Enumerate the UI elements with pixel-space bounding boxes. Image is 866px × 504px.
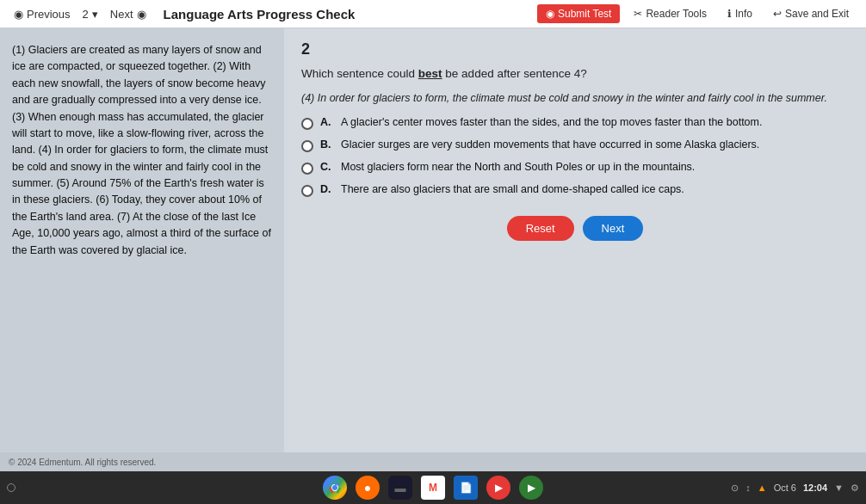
dropdown-arrow-icon: ▾	[92, 8, 98, 21]
choice-b-label: B.	[320, 138, 334, 151]
previous-icon: ◉	[14, 8, 23, 21]
submit-icon: ◉	[546, 8, 554, 20]
question-prompt: Which sentence could best be added after…	[301, 67, 849, 80]
emphasis-best: best	[418, 67, 442, 80]
main-content: (1) Glaciers are created as many layers …	[0, 28, 866, 452]
submit-label: Submit Test	[558, 8, 611, 20]
taskbar-app-7-icon[interactable]: ▶	[519, 476, 543, 500]
chrome-icon[interactable]	[323, 476, 347, 500]
taskbar-center: ● ▬ M 📄 ▶ ▶	[323, 476, 543, 500]
taskbar-date: Oct 6	[774, 482, 796, 493]
action-buttons: Reset Next	[301, 216, 849, 241]
taskbar-settings-icon[interactable]: ⚙	[851, 482, 859, 494]
choice-c[interactable]: C. Most glaciers form near the North and…	[301, 161, 849, 175]
question-panel: 2 Which sentence could best be added aft…	[284, 28, 866, 452]
info-label: Info	[735, 8, 752, 20]
next-icon: ◉	[137, 8, 146, 21]
choice-a[interactable]: A. A glacier's center moves faster than …	[301, 116, 849, 130]
next-label: Next	[110, 8, 133, 21]
save-icon: ↩	[773, 8, 782, 20]
sentence-reference: (4) In order for glaciers to form, the c…	[301, 92, 849, 104]
question-nav[interactable]: 2 ▾	[79, 6, 102, 22]
save-exit-button[interactable]: ↩ Save and Exit	[766, 5, 856, 22]
footer: © 2024 Edmentum. All rights reserved.	[0, 452, 866, 471]
question-number: 2	[301, 40, 849, 58]
taskbar: ● ▬ M 📄 ▶ ▶ ⊙ ↕ ▲ Oct 6 12:04 ▼ ⚙	[0, 471, 866, 504]
taskbar-app-2-icon[interactable]: ●	[356, 476, 380, 500]
choice-d-text: There are also glaciers that are small a…	[341, 183, 849, 195]
taskbar-warning-icon: ▲	[758, 482, 767, 493]
toolbar: ◉ Previous 2 ▾ Next ◉ Language Arts Prog…	[0, 0, 866, 28]
page-title: Language Arts Progress Check	[164, 7, 356, 22]
previous-label: Previous	[27, 8, 71, 21]
taskbar-status-icon: ⊙	[731, 482, 739, 494]
gmail-icon[interactable]: M	[421, 476, 445, 500]
taskbar-app-3-icon[interactable]: ▬	[388, 476, 412, 500]
question-number-display: 2	[83, 8, 89, 21]
reader-tools-icon: ✂	[634, 8, 642, 20]
reader-tools-button[interactable]: ✂ Reader Tools	[627, 5, 714, 22]
choices-list: A. A glacier's center moves faster than …	[301, 116, 849, 197]
info-icon: ℹ	[727, 8, 732, 20]
choice-c-radio[interactable]	[301, 163, 313, 175]
choice-b-radio[interactable]	[301, 140, 313, 152]
choice-c-text: Most glaciers form near the North and So…	[341, 161, 849, 173]
taskbar-right: ⊙ ↕ ▲ Oct 6 12:04 ▼ ⚙	[731, 482, 859, 494]
choice-c-label: C.	[320, 161, 334, 173]
toolbar-right: ◉ Submit Test ✂ Reader Tools ℹ Info ↩ Sa…	[537, 4, 856, 23]
next-question-button[interactable]: Next	[583, 216, 644, 241]
next-button[interactable]: Next ◉	[107, 6, 150, 22]
svg-point-1	[332, 485, 337, 490]
toolbar-left: ◉ Previous 2 ▾ Next ◉ Language Arts Prog…	[10, 6, 355, 22]
taskbar-circle-indicator	[7, 483, 15, 492]
youtube-icon[interactable]: ▶	[486, 476, 510, 500]
submit-test-button[interactable]: ◉ Submit Test	[537, 4, 620, 23]
passage-text: (1) Glaciers are created as many layers …	[12, 42, 272, 259]
choice-d-label: D.	[320, 183, 334, 195]
previous-button[interactable]: ◉ Previous	[10, 6, 74, 22]
taskbar-battery-icon: ▼	[834, 482, 844, 493]
info-button[interactable]: ℹ Info	[721, 5, 759, 22]
taskbar-left	[7, 483, 15, 492]
copyright-text: © 2024 Edmentum. All rights reserved.	[9, 458, 156, 467]
choice-b[interactable]: B. Glacier surges are very sudden moveme…	[301, 138, 849, 152]
choice-a-text: A glacier's center moves faster than the…	[341, 116, 849, 128]
reader-tools-label: Reader Tools	[646, 8, 707, 20]
save-label: Save and Exit	[785, 8, 849, 20]
choice-a-label: A.	[320, 116, 334, 128]
choice-a-radio[interactable]	[301, 118, 313, 130]
taskbar-wifi-icon: ↕	[745, 482, 751, 493]
choice-d-radio[interactable]	[301, 185, 313, 197]
choice-d[interactable]: D. There are also glaciers that are smal…	[301, 183, 849, 197]
docs-icon[interactable]: 📄	[454, 476, 478, 500]
taskbar-time: 12:04	[803, 482, 827, 493]
choice-b-text: Glacier surges are very sudden movements…	[341, 138, 849, 151]
reset-button[interactable]: Reset	[507, 216, 574, 241]
passage-panel: (1) Glaciers are created as many layers …	[0, 28, 284, 452]
